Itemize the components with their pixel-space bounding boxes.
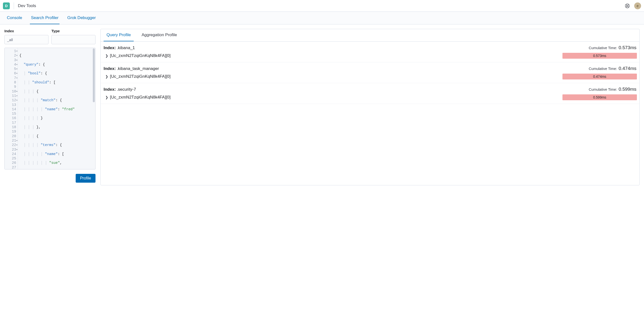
help-icon[interactable]	[624, 3, 630, 9]
shard-id[interactable]: [Uc_zxmN2TzqiGnKqN8k4FA][0]	[110, 53, 171, 58]
fold-toggle-icon[interactable]: ▾	[16, 67, 18, 71]
shard-time-bar: 0.599ms	[562, 94, 637, 100]
svg-line-3	[628, 4, 629, 5]
svg-line-5	[628, 6, 629, 7]
index-block: Index: .kibana_task_managerCumulative Ti…	[101, 62, 639, 83]
index-header: Index: .security-7Cumulative Time:0.599m…	[103, 85, 637, 93]
fold-toggle-icon[interactable]: ▾	[16, 143, 18, 148]
results-container: Index: .kibana_1Cumulative Time:0.573ms❯…	[101, 42, 639, 104]
index-label: Index	[4, 29, 48, 33]
shard-id[interactable]: [Uc_zxmN2TzqiGnKqN8k4FA][0]	[110, 74, 171, 79]
chevron-right-icon[interactable]: ❯	[104, 75, 109, 78]
svg-line-2	[626, 4, 627, 5]
result-tabs: Query Profile Aggregation Profile	[101, 29, 639, 42]
chevron-right-icon[interactable]: ❯	[104, 54, 109, 58]
shard-row: ❯[Uc_zxmN2TzqiGnKqN8k4FA][0]0.599ms	[103, 93, 637, 101]
svg-line-4	[626, 6, 627, 7]
dev-tools-tabs: Console Search Profiler Grok Debugger	[0, 12, 644, 24]
fold-toggle-icon[interactable]: ▾	[16, 76, 18, 80]
editor-scrollbar[interactable]	[92, 48, 95, 169]
editor-gutter: 1▾2▾3▾4▾5▾6▾7▾8910▾11▾12▾131415161718192…	[5, 48, 18, 169]
index-input[interactable]	[4, 35, 48, 44]
tab-grok-debugger[interactable]: Grok Debugger	[66, 12, 97, 24]
fold-toggle-icon[interactable]: ▾	[16, 71, 18, 76]
shard-time-bar: 0.573ms	[562, 53, 637, 59]
app-logo-badge[interactable]: D	[3, 2, 10, 9]
cumulative-time-value: 0.474ms	[618, 66, 636, 71]
index-block: Index: .kibana_1Cumulative Time:0.573ms❯…	[101, 42, 639, 62]
editor-code[interactable]: { "query": { │ "bool": { │ │ "should": […	[18, 48, 95, 169]
cumulative-time-label: Cumulative Time:	[589, 87, 617, 91]
index-prefix-label: Index:	[104, 66, 116, 71]
type-input[interactable]	[52, 35, 96, 44]
chevron-right-icon[interactable]: ❯	[104, 95, 109, 99]
shard-row: ❯[Uc_zxmN2TzqiGnKqN8k4FA][0]0.573ms	[103, 52, 637, 59]
fold-toggle-icon[interactable]: ▾	[16, 89, 18, 94]
shard-id[interactable]: [Uc_zxmN2TzqiGnKqN8k4FA][0]	[110, 95, 171, 100]
fold-toggle-icon[interactable]: ▾	[16, 58, 18, 63]
index-header: Index: .kibana_1Cumulative Time:0.573ms	[103, 43, 637, 52]
profile-button[interactable]: Profile	[76, 174, 96, 183]
index-prefix-label: Index:	[104, 87, 116, 92]
index-name: .security-7	[117, 87, 136, 92]
fold-toggle-icon[interactable]: ▾	[16, 63, 18, 67]
cumulative-time-value: 0.599ms	[618, 87, 636, 92]
index-name: .kibana_1	[117, 45, 135, 50]
fold-toggle-icon[interactable]: ▾	[16, 94, 18, 98]
fold-toggle-icon[interactable]: ▾	[16, 139, 18, 143]
fold-toggle-icon[interactable]: ▾	[16, 54, 18, 58]
index-header: Index: .kibana_task_managerCumulative Ti…	[103, 64, 637, 73]
tab-aggregation-profile[interactable]: Aggregation Profile	[138, 29, 180, 41]
fold-toggle-icon[interactable]: ▾	[16, 98, 18, 103]
divider	[14, 2, 14, 9]
app-title: Dev Tools	[18, 3, 36, 8]
shard-time-bar: 0.474ms	[562, 74, 637, 79]
index-block: Index: .security-7Cumulative Time:0.599m…	[101, 83, 639, 104]
fold-toggle-icon[interactable]: ▾	[16, 49, 18, 54]
fold-toggle-icon[interactable]: ▾	[16, 148, 18, 152]
tab-console[interactable]: Console	[6, 12, 23, 24]
cumulative-time-label: Cumulative Time:	[589, 66, 617, 71]
svg-point-1	[626, 5, 628, 6]
query-editor[interactable]: 1▾2▾3▾4▾5▾6▾7▾8910▾11▾12▾131415161718192…	[4, 48, 96, 169]
avatar[interactable]: e	[634, 2, 641, 9]
tab-search-profiler[interactable]: Search Profiler	[30, 12, 59, 24]
cumulative-time-label: Cumulative Time:	[589, 46, 617, 50]
index-prefix-label: Index:	[104, 45, 116, 50]
top-bar: D Dev Tools e	[0, 0, 644, 12]
type-label: Type	[52, 29, 96, 33]
index-name: .kibana_task_manager	[117, 66, 159, 71]
tab-query-profile[interactable]: Query Profile	[104, 29, 134, 41]
shard-row: ❯[Uc_zxmN2TzqiGnKqN8k4FA][0]0.474ms	[103, 73, 637, 80]
cumulative-time-value: 0.573ms	[618, 45, 636, 50]
